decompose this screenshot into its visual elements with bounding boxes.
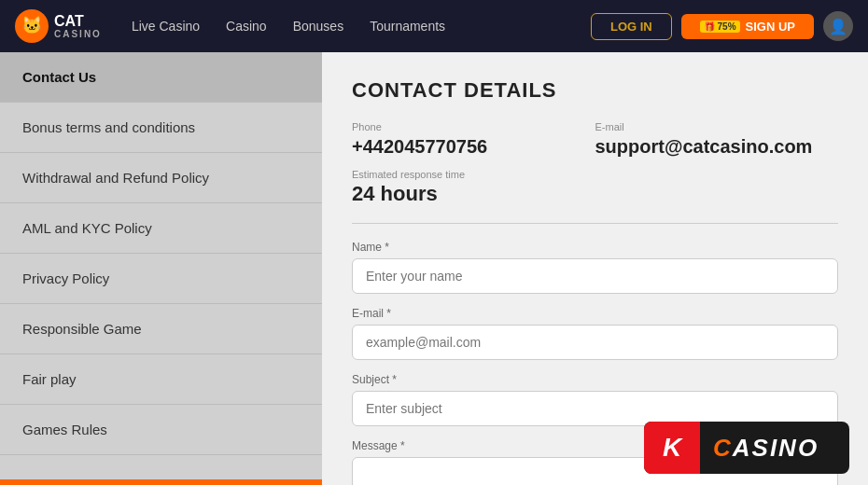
main-container: Contact Us Bonus terms and conditions Wi…: [0, 52, 868, 485]
sidebar-item-responsible-game[interactable]: Responsible Game: [0, 304, 322, 354]
main-nav: Live Casino Casino Bonuses Tournaments: [132, 19, 561, 34]
nav-tournaments[interactable]: Tournaments: [370, 19, 445, 34]
phone-label: Phone: [352, 121, 595, 132]
signup-button[interactable]: 🎁 75% SIGN UP: [681, 14, 814, 39]
name-form-group: Name *: [352, 241, 838, 294]
logo[interactable]: 🐱 CAT CASINO: [15, 9, 102, 43]
phone-field: Phone +442045770756: [352, 121, 595, 158]
response-time-section: Estimated response time 24 hours: [352, 169, 838, 224]
sidebar-item-withdrawal-policy[interactable]: Withdrawal and Refund Policy: [0, 153, 322, 203]
sidebar: Contact Us Bonus terms and conditions Wi…: [0, 52, 322, 485]
sidebar-item-bonus-terms[interactable]: Bonus terms and conditions: [0, 103, 322, 153]
nav-casino[interactable]: Casino: [226, 19, 267, 34]
casino-promo-banner[interactable]: K CASINO: [644, 422, 849, 474]
logo-casino: CASINO: [54, 29, 102, 39]
phone-value: +442045770756: [352, 136, 595, 158]
name-input[interactable]: [352, 258, 838, 294]
sidebar-item-aml-kyc[interactable]: AML and KYC Policy: [0, 203, 322, 254]
nav-live-casino[interactable]: Live Casino: [132, 19, 200, 34]
promo-asino: ASINO: [733, 434, 819, 462]
logo-icon: 🐱: [15, 9, 49, 43]
avatar[interactable]: 👤: [823, 11, 853, 41]
sidebar-item-games-rules[interactable]: Games Rules: [0, 405, 322, 455]
subject-form-label: Subject *: [352, 373, 838, 386]
email-contact-field: E-mail support@catcasino.com: [595, 121, 839, 158]
content-area: CONTACT DETAILS Phone +442045770756 E-ma…: [322, 52, 868, 485]
sidebar-item-privacy-policy[interactable]: Privacy Policy: [0, 254, 322, 304]
login-button[interactable]: LOG IN: [591, 13, 672, 40]
promo-c-letter: C: [713, 434, 733, 462]
response-time-label: Estimated response time: [352, 169, 838, 180]
sidebar-item-fair-play[interactable]: Fair play: [0, 354, 322, 405]
logo-text: CAT CASINO: [54, 13, 102, 40]
contact-info-grid: Phone +442045770756 E-mail support@catca…: [352, 121, 838, 158]
sidebar-item-contact-us[interactable]: Contact Us: [0, 52, 322, 103]
promo-icon: K: [644, 422, 700, 474]
logo-cat: CAT: [54, 13, 102, 30]
name-form-label: Name *: [352, 241, 838, 254]
header-actions: LOG IN 🎁 75% SIGN UP 👤: [591, 11, 853, 41]
email-form-label: E-mail *: [352, 307, 838, 320]
email-contact-value: support@catcasino.com: [595, 136, 839, 158]
response-time-value: 24 hours: [352, 182, 838, 206]
signup-badge: 🎁 75%: [700, 21, 740, 33]
subject-form-group: Subject *: [352, 373, 838, 426]
orange-bar: [0, 479, 322, 485]
email-contact-label: E-mail: [595, 121, 839, 132]
nav-bonuses[interactable]: Bonuses: [293, 19, 343, 34]
email-form-group: E-mail *: [352, 307, 838, 360]
main-header: 🐱 CAT CASINO Live Casino Casino Bonuses …: [0, 0, 868, 52]
promo-text: CASINO: [700, 434, 819, 463]
email-input[interactable]: [352, 325, 838, 360]
contact-details-title: CONTACT DETAILS: [352, 78, 838, 103]
